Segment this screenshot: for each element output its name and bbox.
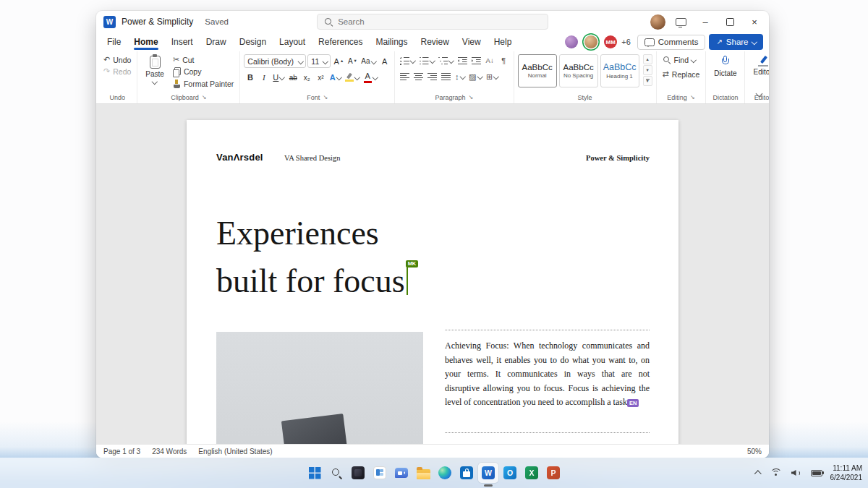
collapse-ribbon-button[interactable]: [755, 86, 763, 100]
taskbar-start-button[interactable]: [305, 463, 325, 483]
tab-home[interactable]: Home: [127, 35, 164, 49]
line-spacing-button[interactable]: ↕: [454, 70, 466, 83]
dictate-button[interactable]: Dictate: [710, 54, 741, 79]
minimize-button[interactable]: –: [694, 12, 717, 32]
borders-button[interactable]: ⊞: [485, 70, 500, 83]
word-count[interactable]: 234 Words: [152, 448, 187, 455]
taskbar-outlook-button[interactable]: O: [500, 463, 520, 483]
font-family-combo[interactable]: Calibri (Body): [244, 54, 306, 68]
taskbar-word-button[interactable]: W: [478, 463, 498, 483]
dotted-divider-top: [445, 330, 650, 330]
editing-dialog-launcher[interactable]: ↘: [690, 95, 695, 100]
volume-button[interactable]: [790, 467, 803, 479]
taskbar-widgets-button[interactable]: [370, 463, 390, 483]
taskbar-chat-button[interactable]: [391, 463, 412, 483]
share-button[interactable]: ↗ Share: [709, 34, 763, 50]
presence-avatar-1[interactable]: [565, 35, 578, 48]
highlight-button[interactable]: [344, 71, 361, 84]
close-button[interactable]: ×: [743, 12, 766, 32]
redo-button[interactable]: ↷ Redo: [101, 66, 133, 77]
style-gallery-down-button[interactable]: ▾: [643, 65, 652, 75]
decrease-indent-button[interactable]: [456, 54, 469, 67]
align-right-button[interactable]: [426, 70, 438, 83]
page-indicator[interactable]: Page 1 of 3: [103, 448, 140, 455]
bold-button[interactable]: B: [244, 71, 256, 84]
language-indicator[interactable]: English (United States): [198, 448, 272, 455]
strikethrough-button[interactable]: ab: [287, 71, 299, 84]
network-button[interactable]: [769, 467, 783, 479]
show-paragraph-marks-button[interactable]: ¶: [498, 54, 510, 67]
presence-avatar-mm[interactable]: MM: [604, 35, 617, 48]
document-image[interactable]: [216, 332, 423, 444]
taskbar-edge-button[interactable]: [435, 463, 455, 483]
superscript-button[interactable]: x²: [315, 71, 327, 84]
tab-file[interactable]: File: [101, 35, 127, 49]
clear-formatting-button[interactable]: A: [378, 55, 391, 68]
taskbar-search-button[interactable]: [326, 463, 346, 483]
search-box[interactable]: [317, 14, 548, 30]
change-case-button[interactable]: Aa: [359, 55, 377, 68]
tab-review[interactable]: Review: [414, 35, 456, 49]
battery-button[interactable]: [809, 468, 824, 478]
present-button[interactable]: [669, 12, 692, 32]
taskbar-powerpoint-button[interactable]: P: [543, 463, 563, 483]
style-normal[interactable]: AaBbCc Normal: [518, 54, 557, 87]
text-effects-button[interactable]: A: [328, 71, 342, 84]
zoom-level[interactable]: 50%: [747, 448, 762, 455]
tab-mailings[interactable]: Mailings: [369, 35, 414, 49]
font-dialog-launcher[interactable]: ↘: [323, 95, 328, 100]
subscript-button[interactable]: x₂: [301, 71, 313, 84]
bullet-list-button[interactable]: [399, 54, 417, 67]
search-input[interactable]: [336, 17, 541, 27]
save-status[interactable]: Saved: [200, 17, 233, 27]
taskbar-clock[interactable]: 11:11 AM 6/24/2021: [830, 463, 863, 482]
style-no-spacing[interactable]: AaBbCc No Spacing: [559, 54, 598, 87]
grow-font-button[interactable]: A ▴: [332, 55, 344, 68]
account-button[interactable]: [647, 12, 668, 32]
taskbar-file-explorer-button[interactable]: [413, 463, 433, 483]
clipboard-dialog-launcher[interactable]: ↘: [202, 95, 207, 100]
taskbar-store-button[interactable]: [456, 463, 477, 483]
undo-button[interactable]: ↶ Undo: [101, 54, 133, 65]
tab-references[interactable]: References: [312, 35, 369, 49]
paste-button[interactable]: Paste: [141, 54, 169, 85]
maximize-button[interactable]: [718, 12, 741, 32]
multilevel-list-button[interactable]: [437, 54, 455, 67]
presence-avatar-2[interactable]: [584, 35, 597, 48]
tab-help[interactable]: Help: [488, 35, 519, 49]
tab-design[interactable]: Design: [233, 35, 273, 49]
document-canvas[interactable]: VanΛrsdel VA Shared Design Power & Simpl…: [96, 104, 769, 444]
document-page[interactable]: VanΛrsdel VA Shared Design Power & Simpl…: [187, 120, 678, 444]
tab-draw[interactable]: Draw: [200, 35, 233, 49]
underline-button[interactable]: U: [271, 71, 285, 84]
comments-button[interactable]: Comments: [637, 35, 706, 50]
shading-button[interactable]: ▨: [467, 70, 483, 83]
find-button[interactable]: Find: [660, 54, 698, 65]
font-color-button[interactable]: A: [362, 71, 379, 84]
tab-insert[interactable]: Insert: [165, 35, 200, 49]
copy-button[interactable]: Copy: [171, 66, 236, 77]
taskbar-task-view-button[interactable]: [348, 463, 368, 483]
sort-button[interactable]: A↓: [484, 54, 496, 67]
italic-button[interactable]: I: [258, 71, 270, 84]
shrink-font-button[interactable]: A ▾: [346, 55, 358, 68]
font-size-combo[interactable]: 11: [307, 54, 331, 68]
paragraph-dialog-launcher[interactable]: ↘: [469, 95, 474, 100]
numbered-list-button[interactable]: [418, 54, 436, 67]
style-gallery-up-button[interactable]: ▴: [643, 54, 652, 64]
cut-button[interactable]: ✂ Cut: [171, 54, 236, 65]
align-left-button[interactable]: [399, 70, 411, 83]
style-gallery-more-button[interactable]: ▾: [643, 76, 652, 86]
tray-overflow-button[interactable]: [754, 469, 762, 477]
presence-overflow[interactable]: +6: [621, 38, 631, 46]
style-heading-1[interactable]: AaBbCc Heading 1: [600, 54, 639, 87]
format-painter-button[interactable]: Format Painter: [171, 78, 236, 90]
tab-view[interactable]: View: [456, 35, 488, 49]
taskbar-excel-button[interactable]: X: [522, 463, 542, 483]
tab-layout[interactable]: Layout: [273, 35, 312, 49]
align-center-button[interactable]: [412, 70, 425, 83]
replace-button[interactable]: ⇄ Replace: [660, 69, 702, 80]
editor-button[interactable]: Editor: [749, 54, 769, 77]
increase-indent-button[interactable]: [470, 54, 482, 67]
justify-button[interactable]: [440, 70, 452, 83]
